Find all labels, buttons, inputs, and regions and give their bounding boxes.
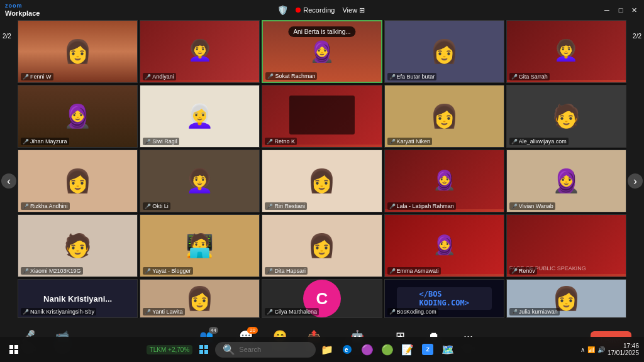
tile-ale[interactable]: 🧑 🎤 Ale_alixwijaya.com xyxy=(506,85,626,148)
page-number-right: 2/2 xyxy=(633,33,641,40)
taskbar-teams-icon[interactable]: 🟣 xyxy=(358,341,376,358)
clock-date: 17/01/2025 xyxy=(608,349,639,356)
view-label: View xyxy=(342,6,357,14)
boskoding-logo: </BOSKODING.COM> xyxy=(397,287,492,310)
taskbar-edge-icon[interactable]: e xyxy=(338,341,356,358)
svg-rect-0 xyxy=(9,345,13,349)
name-retno: 🎤 Retno K xyxy=(265,138,297,145)
name-andiyani: 🎤 Andiyani xyxy=(143,73,176,80)
name-xiaomi: 🎤 Xiaomi M2103K19G xyxy=(21,267,83,275)
tile-yayat[interactable]: 🧑‍💻 🎤 Yayat - Blogger xyxy=(140,214,260,277)
tile-okti[interactable]: 👩‍🦱 🎤 Okti Li xyxy=(140,150,260,212)
tile-dita[interactable]: 👩 🎤 Dita Hapsari xyxy=(262,214,382,277)
name-jihan: 🎤 Jihan Mayzura xyxy=(21,138,69,145)
taskbar-right: ∧ 📶 🔊 17:46 17/01/2025 xyxy=(580,343,639,356)
stock-text: TLKM +2,70% xyxy=(150,346,190,353)
zoom-logo: zoom Workplace xyxy=(5,3,40,17)
tile-karyati[interactable]: 👩 🎤 Karyati Niken xyxy=(384,85,504,148)
taskbar-tray-icons: ∧ xyxy=(580,346,585,353)
taskbar-explorer-icon[interactable]: 📁 xyxy=(318,341,336,358)
tile-fenni-w[interactable]: 👩 🎤 Fenni W xyxy=(18,20,138,83)
tile-andiyani[interactable]: 👩‍🦱 🎤 Andiyani xyxy=(140,20,260,83)
title-bar-left: zoom Workplace xyxy=(5,3,40,17)
tile-gita[interactable]: 👩‍🦱 🎤 Gita Sarrah xyxy=(506,20,626,83)
page-number-left: 2/2 xyxy=(3,33,11,40)
taskbar-zoom-icon[interactable]: Z xyxy=(419,341,436,358)
svg-rect-4 xyxy=(199,345,203,349)
maximize-button[interactable]: □ xyxy=(616,6,625,14)
taskbar-volume-icon: 🔊 xyxy=(597,346,605,353)
svg-rect-3 xyxy=(14,350,18,354)
nanik-display-name: Nanik Kristiyani... xyxy=(41,292,114,306)
recording-text: Recording xyxy=(303,6,335,14)
tile-retno[interactable]: 🎤 Retno K xyxy=(262,85,382,148)
tile-emma[interactable]: 🧕 🎤 Emma Asmawati xyxy=(384,214,504,277)
minimize-button[interactable]: ─ xyxy=(602,6,611,14)
rec-dot xyxy=(296,8,301,13)
name-siwi: 🎤 Siwi Ragil xyxy=(143,138,179,145)
talking-banner: Ani Berta is talking... xyxy=(288,26,355,37)
svg-rect-5 xyxy=(204,345,208,349)
tile-cilya[interactable]: C 🎤 Cilya Marthalena xyxy=(262,279,382,318)
name-yayat: 🎤 Yayat - Blogger xyxy=(143,267,192,275)
tile-yanti[interactable]: 👩 🎤 Yanti Lawita xyxy=(140,279,260,318)
tile-renov[interactable]: FACE OF PUBLIC SPEAKING 🎤 Renov xyxy=(506,214,626,277)
taskbar-left xyxy=(5,341,23,358)
tile-nanik[interactable]: Nanik Kristiyani... 🎤 Nanik Kristiyaning… xyxy=(18,279,138,318)
view-button[interactable]: View ⊞ xyxy=(342,6,365,14)
taskbar-spotify-icon[interactable]: 🟢 xyxy=(379,341,396,358)
name-sokat-rachman: 🎤 Sokat Rachman xyxy=(265,72,317,80)
name-karyati: 🎤 Karyati Niken xyxy=(387,138,433,145)
svg-rect-6 xyxy=(199,350,203,354)
svg-rect-1 xyxy=(14,345,18,349)
stock-badge: TLKM +2,70% xyxy=(147,345,193,354)
recording-badge: Recording xyxy=(296,6,335,14)
taskbar-wifi-icon: 📶 xyxy=(587,346,595,353)
name-dita: 🎤 Dita Hapsari xyxy=(265,267,308,275)
search-bar[interactable]: 🔍 xyxy=(215,342,316,358)
svg-rect-7 xyxy=(204,350,208,354)
svg-text:e: e xyxy=(345,346,348,353)
title-bar-center: 🛡️ Recording View ⊞ xyxy=(277,5,365,15)
name-cilya: 🎤 Cilya Marthalena xyxy=(265,308,319,315)
next-page-button[interactable]: › xyxy=(628,173,643,189)
search-icon: 🔍 xyxy=(223,344,235,356)
name-lala: 🎤 Lala - Latipah Rahman xyxy=(387,202,456,210)
name-emma: 🎤 Emma Asmawati xyxy=(387,267,441,275)
name-julia: 🎤 Julia kurniawan xyxy=(509,308,560,315)
tile-xiaomi[interactable]: 🧑 🎤 Xiaomi M2103K19G xyxy=(18,214,138,277)
name-fenni-w: 🎤 Fenni W xyxy=(21,73,53,80)
taskbar-word-icon[interactable]: 📝 xyxy=(399,341,416,358)
tile-efa[interactable]: 👩 🎤 Efa Butar butar xyxy=(384,20,504,83)
name-okti: 🎤 Okti Li xyxy=(143,202,170,210)
zoom-brand-text: zoom xyxy=(5,3,23,9)
prev-page-button[interactable]: ‹ xyxy=(1,173,16,189)
title-bar: zoom Workplace 🛡️ Recording View ⊞ ─ □ ✕ xyxy=(0,0,644,20)
tile-julia[interactable]: 👩 🎤 Julia kurniawan xyxy=(506,279,626,318)
name-ale: 🎤 Ale_alixwijaya.com xyxy=(509,138,569,145)
tile-riri[interactable]: 👩 🎤 Riri Restiani xyxy=(262,150,382,212)
name-boskoding: 🎤 BosKoding.com xyxy=(387,308,438,315)
view-grid-icon: ⊞ xyxy=(359,6,365,14)
shield-icon: 🛡️ xyxy=(277,5,288,15)
tile-vivian[interactable]: 🧕 🎤 Vivian Wanab xyxy=(506,150,626,212)
tile-sokat-rachman[interactable]: 🧕 Ani Berta is talking... 🎤 Sokat Rachma… xyxy=(262,20,382,83)
search-input[interactable] xyxy=(239,346,314,353)
taskbar-maps-icon[interactable]: 🗺️ xyxy=(439,341,457,358)
taskbar-icon-win[interactable] xyxy=(195,341,213,358)
close-button[interactable]: ✕ xyxy=(630,6,639,14)
video-grid: 👩 🎤 Fenni W 👩‍🦱 🎤 Andiyani 🧕 Ani Berta i… xyxy=(18,20,626,318)
title-bar-right: ─ □ ✕ xyxy=(602,6,639,14)
name-renov: 🎤 Renov xyxy=(509,267,537,275)
windows-start-button[interactable] xyxy=(5,341,23,358)
name-vivian: 🎤 Vivian Wanab xyxy=(509,202,555,210)
tile-siwi[interactable]: 👩‍🦳 🎤 Siwi Ragil xyxy=(140,85,260,148)
tile-lala[interactable]: 🧕 🎤 Lala - Latipah Rahman xyxy=(384,150,504,212)
clock-time: 17:46 xyxy=(623,343,639,349)
tile-rizkha[interactable]: 👩 🎤 Rizkha Andhini xyxy=(18,150,138,212)
workplace-text: Workplace xyxy=(5,9,40,17)
tile-boskoding[interactable]: </BOSKODING.COM> 🎤 BosKoding.com xyxy=(384,279,504,318)
name-gita: 🎤 Gita Sarrah xyxy=(509,73,550,80)
tile-jihan[interactable]: 🧕 🎤 Jihan Mayzura xyxy=(18,85,138,148)
time-display: 17:46 17/01/2025 xyxy=(608,343,639,356)
